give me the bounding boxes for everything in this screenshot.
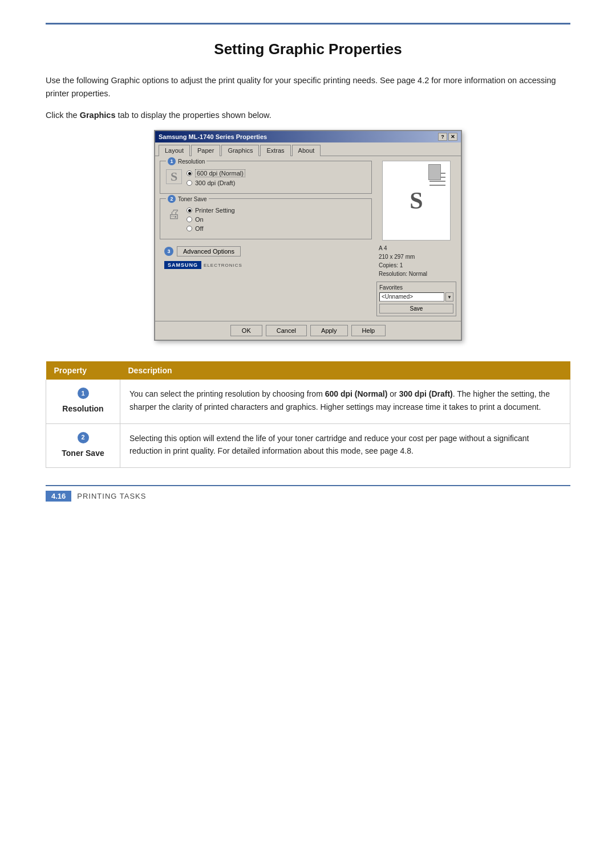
toner-save-table-badge: 2 bbox=[78, 432, 89, 443]
cancel-button[interactable]: Cancel bbox=[266, 325, 307, 336]
click-instruction: Click the Graphics tab to display the pr… bbox=[46, 111, 570, 120]
ok-button[interactable]: OK bbox=[230, 325, 262, 336]
help-button[interactable]: ? bbox=[438, 133, 447, 141]
advanced-badge: 3 bbox=[164, 247, 173, 256]
close-button[interactable]: ✕ bbox=[448, 133, 457, 141]
preview-paper-size: A 4 bbox=[379, 244, 456, 252]
footer-text: Printing Tasks bbox=[77, 492, 146, 500]
preview-rect bbox=[428, 164, 441, 180]
dialog-body: 1 Resolution S 600 dpi (Normal) bbox=[155, 156, 461, 321]
radio-300dpi: 300 dpi (Draft) bbox=[187, 180, 245, 186]
radio-on-icon[interactable] bbox=[187, 217, 192, 222]
table-row: 2 Toner Save Selecting this option will … bbox=[46, 423, 570, 467]
resolution-content: S 600 dpi (Normal) 300 dpi (Draft) bbox=[160, 161, 371, 193]
table-row: 1 Resolution You can select the printing… bbox=[46, 380, 570, 423]
radio-off: Off bbox=[187, 225, 235, 232]
toner-save-description-cell: Selecting this option will extend the li… bbox=[120, 423, 570, 467]
preview-info: A 4 210 x 297 mm Copies: 1 Resolution: N… bbox=[376, 244, 456, 278]
radio-off-label[interactable]: Off bbox=[195, 225, 203, 232]
preview-resolution: Resolution: Normal bbox=[379, 270, 456, 278]
dialog-right-panel: S A 4 210 x 297 mm Copies: 1 Resolution:… bbox=[376, 161, 456, 316]
resolution-table-badge: 1 bbox=[78, 388, 89, 399]
dialog-left-panel: 1 Resolution S 600 dpi (Normal) bbox=[160, 161, 372, 316]
radio-on: On bbox=[187, 216, 235, 223]
preview-dimensions: 210 x 297 mm bbox=[379, 252, 456, 261]
toner-save-group: 2 Toner Save 🖨 Printer Setting bbox=[160, 198, 372, 239]
radio-300dpi-label[interactable]: 300 dpi (Draft) bbox=[195, 180, 235, 186]
tab-graphics[interactable]: Graphics bbox=[221, 145, 259, 156]
radio-off-icon[interactable] bbox=[187, 226, 192, 231]
favorites-save-button[interactable]: Save bbox=[379, 304, 453, 313]
resolution-group-label: 1 Resolution bbox=[166, 157, 206, 165]
dialog-title: Samsung ML-1740 Series Properties bbox=[159, 133, 267, 140]
page-footer: 4.16 Printing Tasks bbox=[46, 485, 570, 502]
dialog-footer: OK Cancel Apply Help bbox=[155, 321, 461, 340]
preview-copies: Copies: 1 bbox=[379, 261, 456, 270]
resolution-property-label: Resolution bbox=[55, 402, 111, 415]
tab-about[interactable]: About bbox=[292, 145, 321, 156]
footer-page-number: 4.16 bbox=[46, 491, 71, 502]
help-dialog-button[interactable]: Help bbox=[351, 325, 386, 336]
advanced-options-button[interactable]: Advanced Options bbox=[177, 246, 241, 256]
tab-paper[interactable]: Paper bbox=[191, 145, 220, 156]
radio-300dpi-icon[interactable] bbox=[187, 180, 192, 186]
toner-save-group-label: 2 Toner Save bbox=[166, 195, 209, 203]
radio-600dpi: 600 dpi (Normal) bbox=[187, 169, 245, 177]
samsung-logo: SAMSUNG ELECTRONICS bbox=[160, 259, 372, 271]
tab-layout[interactable]: Layout bbox=[159, 145, 190, 156]
resolution-badge: 1 bbox=[168, 157, 176, 165]
preview-line-3 bbox=[429, 181, 445, 182]
resolution-description-cell: You can select the printing resolution b… bbox=[120, 380, 570, 423]
preview-line-4 bbox=[429, 185, 445, 186]
electronics-label: ELECTRONICS bbox=[204, 263, 242, 268]
samsung-brand: SAMSUNG bbox=[164, 261, 201, 269]
preview-box: S bbox=[382, 161, 451, 241]
radio-600dpi-label[interactable]: 600 dpi (Normal) bbox=[195, 169, 245, 177]
favorites-select: <Unnamed> ▼ bbox=[379, 292, 453, 301]
apply-button[interactable]: Apply bbox=[310, 325, 348, 336]
table-header-property: Property bbox=[46, 361, 120, 380]
property-table: Property Description 1 Resolution You ca… bbox=[46, 361, 570, 468]
table-header-description: Description bbox=[120, 361, 570, 380]
titlebar-buttons: ? ✕ bbox=[438, 133, 457, 141]
radio-600dpi-icon[interactable] bbox=[187, 170, 192, 176]
advanced-options-row: 3 Advanced Options bbox=[160, 244, 372, 259]
resolution-group: 1 Resolution S 600 dpi (Normal) bbox=[160, 161, 372, 194]
s-resolution-icon: S bbox=[166, 169, 182, 184]
dialog-wrapper: Samsung ML-1740 Series Properties ? ✕ La… bbox=[46, 130, 570, 341]
radio-printer-setting-icon[interactable] bbox=[187, 207, 192, 213]
toner-save-content: 🖨 Printer Setting On bbox=[160, 199, 371, 239]
radio-printer-setting: Printer Setting bbox=[187, 207, 235, 214]
tab-extras[interactable]: Extras bbox=[260, 145, 290, 156]
favorites-box: Favorites <Unnamed> ▼ Save bbox=[376, 282, 456, 316]
intro-paragraph: Use the following Graphic options to adj… bbox=[46, 74, 570, 100]
preview-lines bbox=[429, 173, 445, 186]
page-title: Setting Graphic Properties bbox=[46, 40, 570, 58]
intro-text: Use the following Graphic options to adj… bbox=[46, 76, 556, 98]
toner-save-property-label: Toner Save bbox=[55, 447, 111, 459]
toner-icon: 🖨 bbox=[166, 207, 182, 222]
favorites-label: Favorites bbox=[379, 284, 453, 291]
radio-on-label[interactable]: On bbox=[195, 216, 204, 223]
favorites-dropdown-button[interactable]: ▼ bbox=[445, 292, 453, 301]
top-rule bbox=[46, 23, 570, 25]
preview-s-letter: S bbox=[410, 187, 423, 214]
property-cell-resolution: 1 Resolution bbox=[46, 380, 120, 423]
property-cell-toner-save: 2 Toner Save bbox=[46, 423, 120, 467]
printer-properties-dialog: Samsung ML-1740 Series Properties ? ✕ La… bbox=[154, 130, 462, 341]
dialog-tabs: Layout Paper Graphics Extras About bbox=[155, 142, 461, 156]
favorites-input[interactable]: <Unnamed> bbox=[379, 292, 444, 301]
toner-save-badge: 2 bbox=[168, 195, 176, 203]
radio-printer-setting-label[interactable]: Printer Setting bbox=[195, 207, 235, 214]
dialog-titlebar: Samsung ML-1740 Series Properties ? ✕ bbox=[155, 131, 461, 142]
